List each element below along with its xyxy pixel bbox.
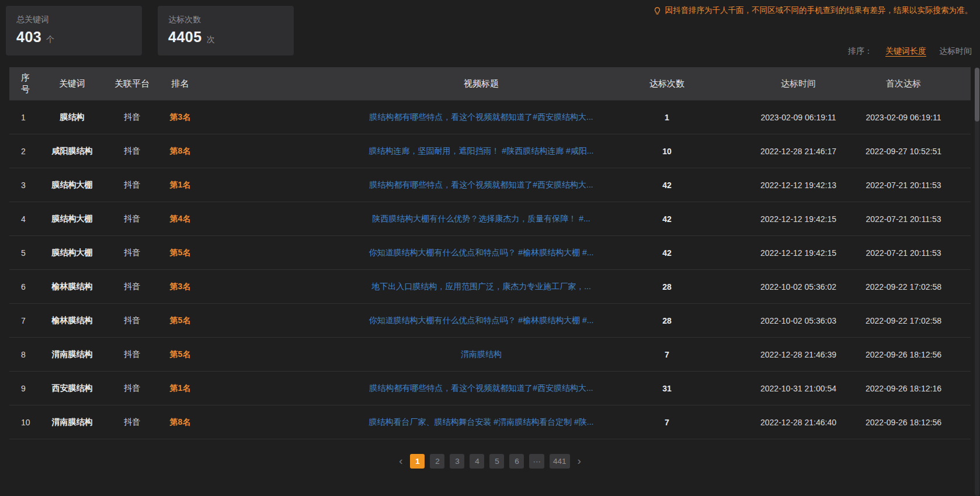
- scrollbar-thumb[interactable]: [975, 68, 979, 122]
- cell-platform: 抖音: [106, 134, 158, 168]
- cell-keyword: 榆林膜结构: [39, 270, 106, 304]
- cell-first-time: 2023-02-09 06:19:11: [860, 100, 971, 134]
- cell-index: 3: [9, 168, 39, 202]
- cell-first-time: 2022-09-27 10:52:51: [860, 134, 971, 168]
- cell-video-title: 你知道膜结构大棚有什么优点和特点吗？ #榆林膜结构大棚 #...: [202, 304, 620, 338]
- cell-index: 5: [9, 236, 39, 270]
- table-row: 1 膜结构 抖音 第3名 膜结构都有哪些特点，看这个视频就都知道了#西安膜结构大…: [9, 100, 971, 134]
- table-row: 2 咸阳膜结构 抖音 第8名 膜结构连廊，坚固耐用，遮阳挡雨！ #陕西膜结构连廊…: [9, 134, 971, 168]
- table-row: 3 膜结构大棚 抖音 第1名 膜结构都有哪些特点，看这个视频就都知道了#西安膜结…: [9, 168, 971, 202]
- cell-keyword: 渭南膜结构: [39, 338, 106, 372]
- cell-rank: 第4名: [158, 202, 202, 236]
- cell-keyword: 膜结构大棚: [39, 236, 106, 270]
- column-header-title: 视频标题: [202, 67, 620, 100]
- cell-video-title: 膜结构连廊，坚固耐用，遮阳挡雨！ #陕西膜结构连廊 #咸阳...: [202, 134, 620, 168]
- column-header-rank: 排名: [158, 67, 202, 100]
- cell-count: 42: [620, 202, 714, 236]
- stat-unit: 个: [46, 34, 54, 45]
- video-title-link[interactable]: 渭南膜结构: [461, 349, 502, 359]
- cell-keyword: 膜结构: [39, 100, 106, 134]
- cell-count: 1: [620, 100, 714, 134]
- cell-keyword: 西安膜结构: [39, 372, 106, 405]
- page-button[interactable]: 3: [450, 454, 464, 469]
- video-title-link[interactable]: 陕西膜结构大棚有什么优势？选择康杰力，质量有保障！ #...: [372, 214, 590, 223]
- stat-card-total-keywords: 总关键词 403 个: [6, 6, 142, 56]
- video-title-link[interactable]: 膜结构看台厂家、膜结构舞台安装 #渭南膜结构看台定制 #陕...: [369, 417, 593, 426]
- cell-video-title: 地下出入口膜结构，应用范围广泛，康杰力专业施工厂家，...: [202, 270, 620, 304]
- stat-card-reach-count: 达标次数 4405 次: [158, 6, 294, 56]
- page-button[interactable]: ···: [529, 454, 544, 469]
- table-header: 序号 关键词 关联平台 排名 视频标题 达标次数 达标时间 首次达标: [9, 67, 971, 100]
- cell-video-title: 膜结构都有哪些特点，看这个视频就都知道了#西安膜结构大...: [202, 372, 620, 405]
- cell-first-time: 2022-09-26 18:12:16: [860, 372, 971, 405]
- cell-first-time: 2022-09-22 17:02:58: [860, 304, 971, 338]
- cell-video-title: 膜结构都有哪些特点，看这个视频就都知道了#西安膜结构大...: [202, 168, 620, 202]
- notice-banner: 因抖音排序为千人千面，不同区域不同的手机查到的结果有差异，结果以实际搜索为准。: [653, 5, 973, 16]
- page-button[interactable]: 441: [550, 454, 570, 469]
- sort-option-reach-time[interactable]: 达标时间: [939, 46, 972, 57]
- cell-keyword: 膜结构大棚: [39, 168, 106, 202]
- cell-count: 31: [620, 372, 714, 405]
- cell-rank: 第8名: [158, 405, 202, 439]
- prev-page-button[interactable]: ‹: [397, 455, 405, 467]
- page-button[interactable]: 2: [430, 454, 444, 469]
- cell-first-time: 2022-07-21 20:11:53: [860, 236, 971, 270]
- cell-count: 42: [620, 236, 714, 270]
- cell-keyword: 榆林膜结构: [39, 304, 106, 338]
- sort-option-keyword-length[interactable]: 关键词长度: [885, 46, 926, 57]
- cell-count: 7: [620, 338, 714, 372]
- keyword-rank-table: 序号 关键词 关联平台 排名 视频标题 达标次数 达标时间 首次达标 1 膜结构…: [9, 67, 971, 439]
- page-button[interactable]: 5: [489, 454, 504, 469]
- pagination: ‹ 123456···441 ›: [0, 439, 980, 491]
- video-title-link[interactable]: 膜结构连廊，坚固耐用，遮阳挡雨！ #陕西膜结构连廊 #咸阳...: [369, 146, 593, 155]
- stat-label: 总关键词: [16, 15, 131, 25]
- video-title-link[interactable]: 膜结构都有哪些特点，看这个视频就都知道了#西安膜结构大...: [369, 112, 593, 122]
- cell-count: 7: [620, 405, 714, 439]
- cell-index: 10: [9, 405, 39, 439]
- table-body: 1 膜结构 抖音 第3名 膜结构都有哪些特点，看这个视频就都知道了#西安膜结构大…: [9, 100, 971, 439]
- video-title-link[interactable]: 你知道膜结构大棚有什么优点和特点吗？ #榆林膜结构大棚 #...: [369, 248, 593, 257]
- cell-platform: 抖音: [106, 270, 158, 304]
- video-title-link[interactable]: 膜结构都有哪些特点，看这个视频就都知道了#西安膜结构大...: [369, 180, 593, 189]
- cell-video-title: 膜结构看台厂家、膜结构舞台安装 #渭南膜结构看台定制 #陕...: [202, 405, 620, 439]
- stat-value: 4405: [168, 29, 202, 46]
- cell-video-title: 陕西膜结构大棚有什么优势？选择康杰力，质量有保障！ #...: [202, 202, 620, 236]
- column-header-platform: 关联平台: [106, 67, 158, 100]
- sort-label: 排序：: [848, 46, 873, 57]
- cell-platform: 抖音: [106, 236, 158, 270]
- page-buttons: 123456···441: [410, 454, 569, 469]
- cell-rank: 第3名: [158, 100, 202, 134]
- cell-rank: 第1名: [158, 372, 202, 405]
- cell-rank: 第1名: [158, 168, 202, 202]
- column-header-first-time: 首次达标: [860, 67, 971, 100]
- column-header-index: 序号: [9, 67, 39, 100]
- stat-label: 达标次数: [168, 15, 283, 25]
- page-button[interactable]: 6: [509, 454, 524, 469]
- video-title-link[interactable]: 膜结构都有哪些特点，看这个视频就都知道了#西安膜结构大...: [369, 383, 593, 393]
- cell-rank: 第5名: [158, 236, 202, 270]
- cell-reach-time: 2022-10-31 21:00:54: [714, 372, 860, 405]
- cell-platform: 抖音: [106, 168, 158, 202]
- video-title-link[interactable]: 地下出入口膜结构，应用范围广泛，康杰力专业施工厂家，...: [371, 282, 591, 291]
- cell-platform: 抖音: [106, 202, 158, 236]
- cell-first-time: 2022-07-21 20:11:53: [860, 168, 971, 202]
- cell-first-time: 2022-09-26 18:12:56: [860, 338, 971, 372]
- page-button[interactable]: 1: [410, 454, 425, 469]
- cell-platform: 抖音: [106, 100, 158, 134]
- page-button[interactable]: 4: [470, 454, 484, 469]
- cell-reach-time: 2022-12-28 21:46:39: [714, 338, 860, 372]
- video-title-link[interactable]: 你知道膜结构大棚有什么优点和特点吗？ #榆林膜结构大棚 #...: [369, 315, 593, 325]
- cell-reach-time: 2022-12-28 21:46:17: [714, 134, 860, 168]
- next-page-button[interactable]: ›: [575, 455, 583, 467]
- cell-platform: 抖音: [106, 338, 158, 372]
- cell-keyword: 渭南膜结构: [39, 405, 106, 439]
- cell-rank: 第3名: [158, 270, 202, 304]
- scrollbar-track[interactable]: [975, 67, 979, 496]
- cell-index: 2: [9, 134, 39, 168]
- table-row: 8 渭南膜结构 抖音 第5名 渭南膜结构 7 2022-12-28 21:46:…: [9, 338, 971, 372]
- table-row: 9 西安膜结构 抖音 第1名 膜结构都有哪些特点，看这个视频就都知道了#西安膜结…: [9, 372, 971, 405]
- cell-platform: 抖音: [106, 405, 158, 439]
- cell-keyword: 膜结构大棚: [39, 202, 106, 236]
- cell-rank: 第8名: [158, 134, 202, 168]
- cell-first-time: 2022-09-22 17:02:58: [860, 270, 971, 304]
